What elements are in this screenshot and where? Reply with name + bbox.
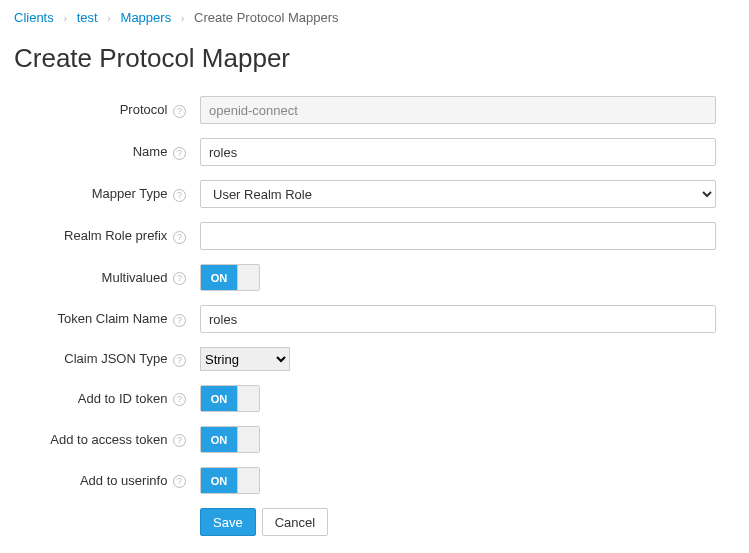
chevron-right-icon: › xyxy=(107,12,111,24)
page-title: Create Protocol Mapper xyxy=(14,43,735,74)
multivalued-toggle[interactable]: ON xyxy=(200,264,260,291)
toggle-on-label: ON xyxy=(201,265,237,290)
toggle-knob xyxy=(237,386,259,411)
help-icon[interactable]: ? xyxy=(173,475,186,488)
label-mapper-type: Mapper Type xyxy=(92,186,168,201)
help-icon[interactable]: ? xyxy=(173,105,186,118)
breadcrumb-current: Create Protocol Mappers xyxy=(194,10,339,25)
help-icon[interactable]: ? xyxy=(173,272,186,285)
toggle-knob xyxy=(237,468,259,493)
add-to-id-token-toggle[interactable]: ON xyxy=(200,385,260,412)
toggle-knob xyxy=(237,265,259,290)
label-token-claim-name: Token Claim Name xyxy=(58,311,168,326)
token-claim-name-input[interactable] xyxy=(200,305,716,333)
claim-json-type-select[interactable]: String xyxy=(200,347,290,371)
breadcrumb-mappers[interactable]: Mappers xyxy=(121,10,172,25)
chevron-right-icon: › xyxy=(63,12,67,24)
toggle-knob xyxy=(237,427,259,452)
breadcrumb-clients[interactable]: Clients xyxy=(14,10,54,25)
help-icon[interactable]: ? xyxy=(173,393,186,406)
mapper-type-select[interactable]: User Realm Role xyxy=(200,180,716,208)
label-multivalued: Multivalued xyxy=(102,270,168,285)
chevron-right-icon: › xyxy=(181,12,185,24)
add-to-access-token-toggle[interactable]: ON xyxy=(200,426,260,453)
help-icon[interactable]: ? xyxy=(173,314,186,327)
add-to-userinfo-toggle[interactable]: ON xyxy=(200,467,260,494)
label-claim-json-type: Claim JSON Type xyxy=(64,351,167,366)
protocol-input xyxy=(200,96,716,124)
realm-role-prefix-input[interactable] xyxy=(200,222,716,250)
name-input[interactable] xyxy=(200,138,716,166)
cancel-button[interactable]: Cancel xyxy=(262,508,328,536)
breadcrumb-test[interactable]: test xyxy=(77,10,98,25)
save-button[interactable]: Save xyxy=(200,508,256,536)
toggle-on-label: ON xyxy=(201,468,237,493)
label-name: Name xyxy=(133,144,168,159)
help-icon[interactable]: ? xyxy=(173,147,186,160)
help-icon[interactable]: ? xyxy=(173,354,186,367)
label-add-to-userinfo: Add to userinfo xyxy=(80,473,167,488)
label-realm-role-prefix: Realm Role prefix xyxy=(64,228,167,243)
toggle-on-label: ON xyxy=(201,427,237,452)
help-icon[interactable]: ? xyxy=(173,231,186,244)
help-icon[interactable]: ? xyxy=(173,189,186,202)
label-add-to-access-token: Add to access token xyxy=(50,432,167,447)
breadcrumb: Clients › test › Mappers › Create Protoc… xyxy=(14,10,735,25)
label-add-to-id-token: Add to ID token xyxy=(78,391,168,406)
help-icon[interactable]: ? xyxy=(173,434,186,447)
label-protocol: Protocol xyxy=(120,102,168,117)
toggle-on-label: ON xyxy=(201,386,237,411)
